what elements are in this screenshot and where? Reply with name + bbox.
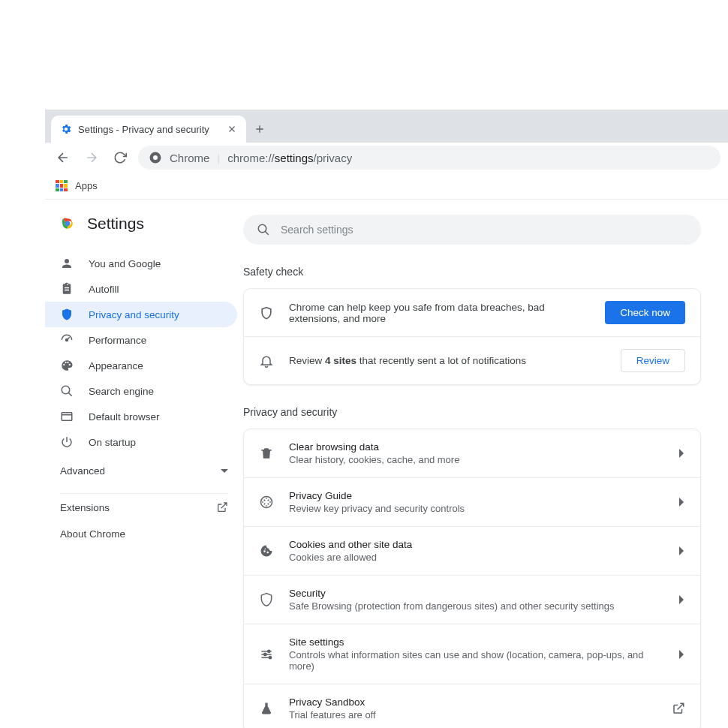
apps-label[interactable]: Apps [75,180,98,191]
privacy-security-card: Clear browsing data Clear history, cooki… [243,429,701,728]
security-row[interactable]: Security Safe Browsing (protection from … [244,576,700,624]
clipboard-icon [60,282,74,296]
trash-icon [259,446,274,461]
browser-icon [60,410,74,423]
sidebar-item-autofill[interactable]: Autofill [45,276,237,302]
arrow-left-icon [56,150,71,165]
sidebar-item-label: Privacy and security [89,309,179,320]
svg-rect-6 [62,413,72,421]
safety-check-heading: Safety check [243,266,701,278]
row-subtitle: Safe Browsing (protection from dangerous… [289,600,664,612]
power-icon [60,435,74,449]
row-subtitle: Review key privacy and security controls [289,503,664,514]
sidebar-item-default-browser[interactable]: Default browser [45,404,237,429]
svg-point-9 [268,650,270,652]
check-now-button[interactable]: Check now [605,301,685,324]
review-button[interactable]: Review [621,349,685,372]
open-external-icon [672,702,685,715]
shield-icon [60,308,74,321]
site-settings-row[interactable]: Site settings Controls what information … [244,624,700,684]
gear-icon [60,123,72,135]
chrome-icon [149,151,162,164]
tab-strip: Settings - Privacy and security [45,110,728,143]
svg-point-1 [153,155,158,160]
bookmarks-bar: Apps [45,173,728,200]
sidebar-about-chrome[interactable]: About Chrome [45,521,243,547]
advanced-label: Advanced [60,465,105,477]
flask-icon [259,701,274,716]
forward-button[interactable] [81,147,102,168]
sidebar-item-search-engine[interactable]: Search engine [45,378,237,404]
sidebar: Settings You and Google Autofill Privacy… [45,200,243,728]
privacy-guide-row[interactable]: Privacy Guide Review key privacy and sec… [244,478,700,527]
row-subtitle: Trial features are off [289,709,657,720]
address-bar[interactable]: Chrome | chrome://settings/privacy [138,146,720,170]
sidebar-item-label: Search engine [89,386,154,397]
cookies-row[interactable]: Cookies and other site data Cookies are … [244,527,700,576]
new-tab-button[interactable] [246,116,273,143]
row-title: Privacy Sandbox [289,696,657,708]
close-icon [227,124,237,134]
privacy-sandbox-row[interactable]: Privacy Sandbox Trial features are off [244,684,700,728]
sidebar-item-appearance[interactable]: Appearance [45,353,237,378]
sidebar-extensions[interactable]: Extensions [45,494,243,521]
svg-point-11 [269,656,271,658]
caret-down-icon [221,468,228,475]
close-tab-button[interactable] [227,124,237,134]
sliders-icon [259,647,274,662]
svg-point-5 [62,386,70,394]
row-title: Cookies and other site data [289,539,664,550]
sidebar-item-label: Default browser [89,411,160,423]
clear-browsing-data-row[interactable]: Clear browsing data Clear history, cooki… [244,429,700,478]
plus-icon [254,123,266,135]
search-icon [60,384,74,398]
person-icon [60,257,74,270]
chevron-right-icon [679,546,685,555]
review-sites-row: Review 4 sites that recently sent a lot … [244,337,700,384]
row-title: Privacy Guide [289,490,664,501]
search-settings-input[interactable]: Search settings [243,215,701,245]
speedometer-icon [60,333,74,347]
search-placeholder: Search settings [281,224,353,236]
shield-check-icon [259,305,274,320]
sidebar-item-label: Autofill [89,284,119,295]
tab-title: Settings - Privacy and security [78,124,209,135]
svg-point-4 [66,339,68,341]
browser-toolbar: Chrome | chrome://settings/privacy [45,143,728,173]
shield-icon [259,592,274,607]
row-subtitle: Clear history, cookies, cache, and more [289,454,664,465]
browser-tab[interactable]: Settings - Privacy and security [51,116,246,143]
main-content: Search settings Safety check Chrome can … [243,200,728,728]
sidebar-item-label: Performance [89,335,146,346]
svg-point-10 [264,653,266,655]
sidebar-item-performance[interactable]: Performance [45,327,237,353]
about-label: About Chrome [60,528,125,540]
sidebar-item-you-and-google[interactable]: You and Google [45,251,237,276]
compass-icon [259,495,274,510]
chevron-right-icon [679,449,685,458]
apps-icon[interactable] [56,180,68,192]
cookie-icon [259,543,274,558]
row-subtitle: Controls what information sites can use … [289,649,664,672]
row-title: Site settings [289,636,664,648]
chevron-right-icon [679,498,685,507]
address-prefix: Chrome [170,152,209,164]
arrow-right-icon [84,150,99,165]
palette-icon [60,359,74,372]
sidebar-item-label: Appearance [89,360,143,372]
sidebar-item-label: You and Google [89,258,161,269]
row-title: Security [289,588,664,599]
chrome-logo-icon [60,216,75,231]
sidebar-item-label: On startup [89,437,136,448]
extensions-label: Extensions [60,502,110,513]
chevron-right-icon [679,650,685,659]
open-external-icon [216,501,228,513]
bell-icon [259,353,274,369]
row-title: Clear browsing data [289,441,664,453]
back-button[interactable] [53,147,74,168]
reload-button[interactable] [110,147,131,168]
reload-icon [113,151,127,164]
sidebar-item-on-startup[interactable]: On startup [45,429,237,455]
sidebar-item-privacy-security[interactable]: Privacy and security [45,302,237,327]
sidebar-advanced-toggle[interactable]: Advanced [45,455,243,487]
